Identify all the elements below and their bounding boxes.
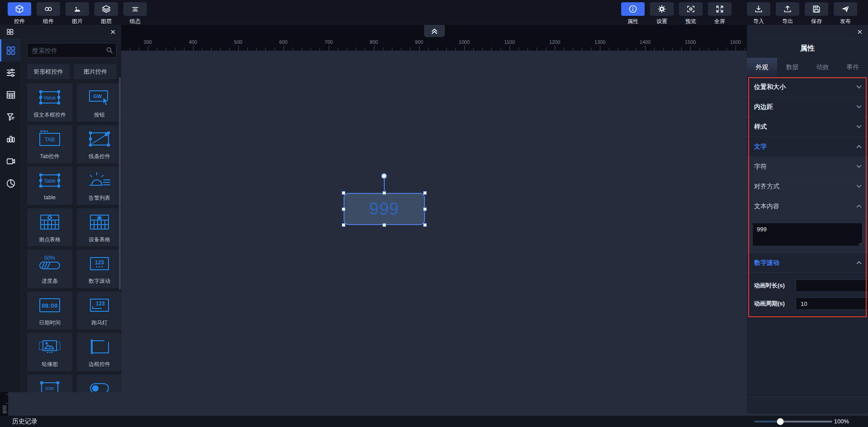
toolbar-item-images[interactable]: 图片 bbox=[66, 2, 89, 25]
text-content-editor-wrap: 999 bbox=[747, 216, 868, 253]
widget-card-button[interactable]: GW 按钮 bbox=[77, 84, 121, 122]
inspector-close-icon[interactable]: ✕ bbox=[857, 28, 863, 35]
category-sliders[interactable] bbox=[0, 61, 20, 84]
library-category-sidebar bbox=[0, 39, 20, 392]
layers-icon bbox=[102, 5, 111, 14]
section-number-scroll[interactable]: 数字滚动 bbox=[747, 253, 868, 273]
rotate-handle[interactable] bbox=[381, 173, 387, 179]
toolbar-item-settings[interactable]: 设置 bbox=[650, 2, 674, 25]
category-tables[interactable] bbox=[0, 84, 20, 106]
animation-period-input[interactable] bbox=[796, 297, 868, 310]
resize-handle-bottom-middle[interactable] bbox=[382, 223, 386, 227]
selected-text-widget[interactable]: 999 bbox=[344, 193, 425, 225]
library-close-icon[interactable]: ✕ bbox=[110, 28, 116, 35]
widget-card-marquee[interactable]: 123 跑马灯 bbox=[77, 291, 121, 329]
resize-handle-top-right[interactable] bbox=[423, 191, 427, 195]
preview-eye-icon bbox=[686, 5, 695, 14]
widget-card-alarm-list[interactable]: 告警列表 bbox=[77, 167, 121, 205]
zoom-slider[interactable] bbox=[755, 421, 832, 422]
widget-card-progress-bar[interactable]: 50% 进度条 bbox=[27, 250, 72, 288]
widget-card-carousel[interactable]: 轮播图 bbox=[27, 333, 72, 371]
table-icon bbox=[6, 90, 16, 100]
svg-text:TAB: TAB bbox=[45, 136, 55, 143]
category-video[interactable] bbox=[0, 150, 20, 172]
canvas-stage[interactable]: 3004005006007008009001000110012001300140… bbox=[0, 25, 868, 416]
tab-animation[interactable]: 动效 bbox=[807, 58, 838, 77]
toolbar-item-export[interactable]: 导出 bbox=[776, 2, 799, 25]
chevron-up-icon bbox=[856, 204, 861, 209]
resize-handle-top-left[interactable] bbox=[342, 191, 345, 195]
resize-handle-bottom-right[interactable] bbox=[423, 223, 427, 227]
category-pie[interactable] bbox=[0, 172, 20, 194]
toolbar-item-properties[interactable]: 属性 bbox=[621, 2, 645, 25]
resize-handle-middle-right[interactable] bbox=[423, 207, 427, 211]
widget-card-table[interactable]: Table table bbox=[27, 167, 72, 205]
toggle-widget-icon bbox=[86, 379, 113, 393]
filter-icon bbox=[6, 112, 16, 122]
animation-duration-input[interactable] bbox=[796, 279, 868, 292]
collapse-ruler-button[interactable] bbox=[424, 25, 445, 37]
tab-data[interactable]: 数据 bbox=[777, 58, 807, 77]
inspector-title: 属性 bbox=[747, 39, 868, 58]
toolbar-item-save[interactable]: 保存 bbox=[805, 2, 828, 25]
widget-card-line[interactable]: 线条控件 bbox=[77, 125, 121, 163]
section-character[interactable]: 字符 bbox=[747, 157, 868, 177]
section-position-size[interactable]: 位置和大小 bbox=[747, 77, 868, 97]
zoom-percent: 100% bbox=[834, 418, 849, 425]
text-content-textarea[interactable]: 999 bbox=[752, 223, 863, 246]
toolbar-item-preview[interactable]: 预览 bbox=[679, 2, 703, 25]
widget-card-number-scroll[interactable]: 123 数字滚动 bbox=[77, 250, 121, 288]
publish-icon bbox=[841, 5, 850, 14]
widget-card-toggle[interactable] bbox=[77, 375, 121, 392]
tab-appearance[interactable]: 外观 bbox=[747, 58, 777, 77]
library-panel-header: ✕ bbox=[0, 25, 121, 39]
library-scrollbar[interactable] bbox=[119, 77, 121, 290]
point-table-icon bbox=[36, 212, 63, 232]
carousel-icon bbox=[36, 337, 63, 357]
toolbar-item-layers[interactable]: 图层 bbox=[94, 2, 118, 25]
widget-card-point-table[interactable]: 测点表格 bbox=[27, 208, 72, 246]
zoom-slider-fill bbox=[755, 421, 780, 422]
widget-card-image[interactable]: 图片控件 bbox=[74, 64, 117, 79]
svg-text:GW: GW bbox=[94, 94, 103, 99]
inspector-tabs: 外观 数据 动效 事件 bbox=[747, 58, 868, 77]
toolbar-item-publish[interactable]: 发布 bbox=[834, 2, 857, 25]
toolbar-item-import[interactable]: 导入 bbox=[747, 2, 770, 25]
section-text-content[interactable]: 文本内容 bbox=[747, 197, 868, 216]
toolbar-item-widgets[interactable]: 控件 bbox=[8, 2, 31, 25]
tab-events[interactable]: 事件 bbox=[838, 58, 868, 77]
section-style[interactable]: 样式 bbox=[747, 117, 868, 137]
widget-card-datetime[interactable]: 08:00 日期时间 bbox=[27, 291, 72, 329]
section-alignment[interactable]: 对齐方式 bbox=[747, 177, 868, 197]
pie-chart-icon bbox=[6, 178, 16, 188]
line-widget-icon bbox=[86, 129, 113, 149]
category-filters[interactable] bbox=[0, 106, 20, 128]
inspector-header: ✕ bbox=[747, 25, 868, 39]
section-padding[interactable]: 内边距 bbox=[747, 97, 868, 117]
zoom-slider-knob[interactable] bbox=[777, 418, 783, 425]
toolbar-item-fullscreen[interactable]: 全屏 bbox=[708, 2, 731, 25]
alarm-list-icon bbox=[86, 171, 113, 191]
toolbar-right-group: 属性 设置 预览 全屏 导入 导出 bbox=[621, 2, 857, 25]
widget-card-tab[interactable]: TAB Tab控件 bbox=[27, 125, 72, 163]
widget-card-device-table[interactable]: 设备表格 bbox=[77, 208, 121, 246]
section-text[interactable]: 文字 bbox=[747, 137, 868, 157]
resize-handle-bottom-left[interactable] bbox=[342, 223, 345, 227]
search-input[interactable] bbox=[27, 43, 117, 58]
progress-bar-icon: 50% bbox=[36, 254, 63, 274]
category-widgets[interactable] bbox=[0, 39, 20, 61]
toolbar-item-components[interactable]: 组件 bbox=[37, 2, 60, 25]
widget-card-icon[interactable]: icon icon bbox=[27, 375, 72, 392]
category-charts[interactable] bbox=[0, 128, 20, 150]
widget-card-value-textbox[interactable]: Value 值文本框控件 bbox=[27, 84, 72, 122]
status-bar: 历史记录 100% bbox=[0, 416, 868, 427]
widget-card-border[interactable]: 边框控件 bbox=[77, 333, 121, 371]
panel-grid-icon bbox=[6, 28, 14, 36]
resize-handle-middle-left[interactable] bbox=[342, 207, 345, 211]
svg-text:08:00: 08:00 bbox=[42, 302, 58, 309]
toolbar-item-config[interactable]: 组态 bbox=[123, 2, 147, 25]
top-toolbar: 控件 组件 图片 图层 组态 属性 bbox=[0, 0, 868, 25]
widget-card-rect-frame[interactable]: 矩形框控件 bbox=[27, 64, 70, 79]
history-label[interactable]: 历史记录 bbox=[12, 418, 38, 426]
widget-card-grid: Value 值文本框控件 GW 按钮 TAB Tab控件 线条控件 bbox=[27, 84, 117, 392]
